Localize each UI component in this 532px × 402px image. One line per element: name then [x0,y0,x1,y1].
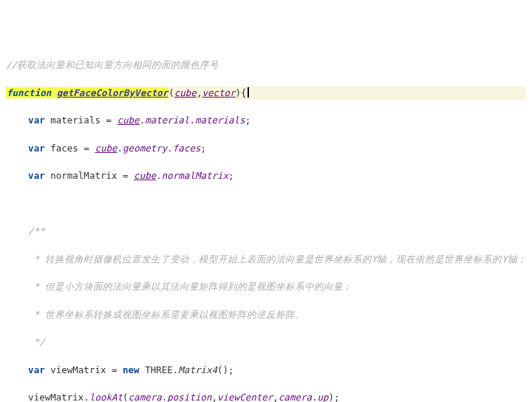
code-line-highlighted: function getFaceColorByVector(cube,vecto… [6,86,526,100]
comment: //获取法向量和已知向量方向相同的面的颜色序号 [6,59,219,70]
code-line: * 转换视角时摄像机位置发生了变动，模型开始上表面的法向量是世界坐标系的Y轴，现… [6,253,526,267]
function-name: getFaceColorByVector [57,87,168,98]
comment: * 但是小方块面的法向量乘以其法向量矩阵得到的是视图坐标系中的向量； [28,281,352,292]
param: cube [174,87,197,98]
keyword-var: var [28,115,45,126]
comment: * 转换视角时摄像机位置发生了变动，模型开始上表面的法向量是世界坐标系的Y轴，现… [28,253,527,265]
code-line: */ [6,335,526,350]
code-line: var normalMatrix = cube.normalMatrix; [6,169,526,183]
code-line [6,197,526,211]
keyword-function: function [7,87,51,98]
comment: * 世界坐标系转换成视图坐标系需要乘以视图矩阵的逆反矩阵。 [28,309,304,320]
code-line: var viewMatrix = new THREE.Matrix4(); [6,364,526,378]
comment: */ [28,336,45,347]
code-line: //获取法向量和已知向量方向相同的面的颜色序号 [6,58,526,72]
code-line: * 但是小方块面的法向量乘以其法向量矩阵得到的是视图坐标系中的向量； [6,280,526,294]
text-caret [248,87,249,98]
code-line: /** [6,225,526,239]
code-line: viewMatrix.lookAt(camera.position,viewCe… [6,391,526,402]
code-line: var faces = cube.geometry.faces; [6,142,526,156]
comment: /** [28,225,45,236]
code-line: var materials = cube.material.materials; [6,114,526,128]
code-line: * 世界坐标系转换成视图坐标系需要乘以视图矩阵的逆反矩阵。 [6,308,526,322]
param: vector [202,87,235,98]
